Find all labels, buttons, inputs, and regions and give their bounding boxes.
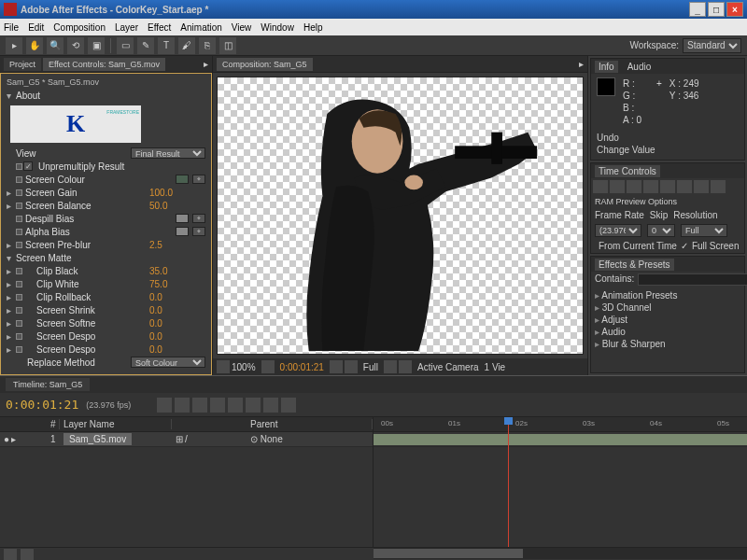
ram-preview-button[interactable]: [711, 180, 726, 193]
preset-item[interactable]: 3D Channel: [595, 301, 740, 314]
composition-tab[interactable]: Composition: Sam_G5: [217, 58, 313, 71]
project-tab[interactable]: Project: [4, 58, 41, 71]
effect-controls-tab[interactable]: Effect Controls: Sam_G5.mov: [43, 58, 165, 71]
menu-edit[interactable]: Edit: [28, 22, 44, 33]
hand-tool[interactable]: ✋: [26, 37, 43, 54]
camera-value[interactable]: Active Camera: [417, 362, 479, 372]
screen-despo1-value[interactable]: 0.0: [149, 331, 205, 342]
time-ruler[interactable]: 00s 01s 02s 03s 04s 05s: [374, 417, 747, 432]
keyframe-toggle[interactable]: [14, 161, 23, 171]
keyframe-toggle[interactable]: [14, 227, 23, 236]
panel-menu-icon[interactable]: ▸: [579, 59, 584, 69]
eyedropper-icon[interactable]: ⌖: [192, 175, 205, 184]
eyedropper-icon[interactable]: ⌖: [192, 227, 205, 236]
menu-animation[interactable]: Animation: [180, 22, 221, 33]
screen-matte-section[interactable]: Screen Matte: [14, 253, 205, 263]
mag-icon[interactable]: [217, 360, 230, 373]
pen-tool[interactable]: ✎: [137, 37, 154, 54]
keyframe-toggle[interactable]: [14, 279, 23, 288]
loop-button[interactable]: [694, 180, 709, 193]
replace-method-select[interactable]: Soft Colour: [131, 357, 205, 368]
brush-tool[interactable]: 🖌: [178, 37, 195, 54]
clip-white-value[interactable]: 75.0: [149, 279, 205, 289]
layer-name[interactable]: Sam_G5.mov: [63, 433, 132, 445]
selection-tool[interactable]: ▸: [6, 37, 22, 54]
menu-window[interactable]: Window: [261, 22, 294, 33]
preset-item[interactable]: Adjust: [595, 314, 740, 326]
time-controls-tab[interactable]: Time Controls: [595, 165, 660, 177]
clip-black-value[interactable]: 35.0: [149, 266, 205, 276]
screen-gain-value[interactable]: 100.0: [149, 188, 205, 198]
menu-layer[interactable]: Layer: [115, 22, 138, 33]
tl-btn[interactable]: [175, 398, 190, 413]
camera-tool[interactable]: ▣: [88, 37, 105, 54]
composition-viewer[interactable]: [217, 77, 584, 355]
panel-menu-icon[interactable]: ▸: [204, 59, 208, 69]
keyframe-toggle[interactable]: [14, 318, 23, 328]
keyframe-toggle[interactable]: [14, 331, 23, 341]
about-section[interactable]: About: [14, 91, 205, 101]
screen-colour-swatch[interactable]: [176, 175, 189, 184]
keyframe-toggle[interactable]: [14, 188, 23, 197]
tl-btn[interactable]: [263, 398, 278, 413]
clip-rollback-value[interactable]: 0.0: [149, 292, 205, 302]
minimize-button[interactable]: _: [689, 2, 706, 17]
time-navigator[interactable]: [374, 548, 747, 559]
keyframe-toggle[interactable]: [14, 344, 23, 354]
clone-tool[interactable]: ⎘: [199, 37, 216, 54]
tl-btn[interactable]: [210, 398, 225, 413]
view-count[interactable]: 1 Vie: [485, 362, 506, 372]
rotate-tool[interactable]: ⟲: [67, 37, 84, 54]
toggle-modes-icon[interactable]: [21, 549, 34, 560]
maximize-button[interactable]: □: [708, 2, 725, 17]
tl-btn[interactable]: [281, 398, 296, 413]
screen-shrink-value[interactable]: 0.0: [149, 305, 205, 315]
timeline-tab[interactable]: Timeline: Sam_G5: [6, 378, 90, 391]
preset-item[interactable]: Blur & Sharpen: [595, 338, 740, 350]
workspace-select[interactable]: Standard: [683, 38, 741, 53]
viewer-timecode[interactable]: 0:00:01:21: [280, 362, 324, 372]
menu-view[interactable]: View: [232, 22, 252, 33]
view-select[interactable]: Final Result: [131, 147, 205, 159]
preblur-value[interactable]: 2.5: [149, 240, 205, 250]
grid-icon[interactable]: [261, 360, 275, 373]
parent-icon[interactable]: ⊙: [250, 434, 258, 444]
play-button[interactable]: [627, 180, 641, 193]
full-screen-checkbox[interactable]: ✓: [681, 241, 688, 251]
menu-help[interactable]: Help: [303, 22, 323, 33]
keyframe-toggle[interactable]: [14, 305, 23, 315]
layer-clip[interactable]: [374, 434, 747, 445]
eyedropper-icon[interactable]: ⌖: [192, 214, 205, 223]
tl-btn[interactable]: [192, 398, 207, 413]
menu-composition[interactable]: Composition: [53, 22, 106, 33]
first-frame-button[interactable]: [593, 180, 608, 193]
effects-presets-tab[interactable]: Effects & Presets: [595, 259, 674, 271]
screen-despo2-value[interactable]: 0.0: [149, 344, 205, 355]
roi-icon[interactable]: [384, 360, 397, 373]
keyframe-toggle[interactable]: [14, 214, 23, 223]
skip-select[interactable]: 0: [647, 224, 675, 237]
screen-balance-value[interactable]: 50.0: [149, 201, 205, 211]
keyframe-toggle[interactable]: [14, 292, 23, 301]
mask-tool[interactable]: ▭: [117, 37, 134, 54]
prev-frame-button[interactable]: [610, 180, 625, 193]
keyframe-toggle[interactable]: [14, 266, 23, 275]
zoom-tool[interactable]: 🔍: [47, 37, 63, 54]
snapshot-icon[interactable]: [330, 360, 343, 373]
parent-value[interactable]: None: [261, 434, 283, 444]
transparency-icon[interactable]: [399, 360, 412, 373]
screen-softne-value[interactable]: 0.0: [149, 318, 205, 329]
layer-row[interactable]: ●▸ 1 Sam_G5.mov ⊞/ ⊙ None: [0, 432, 373, 447]
tl-btn[interactable]: [228, 398, 243, 413]
zoom-value[interactable]: 100%: [232, 362, 256, 372]
audio-tab[interactable]: Audio: [624, 61, 655, 73]
tl-btn[interactable]: [157, 398, 172, 413]
toggle-switches-icon[interactable]: [4, 549, 17, 560]
preset-item[interactable]: Animation Presets: [595, 289, 740, 301]
resolution-value[interactable]: Full: [363, 362, 378, 372]
contains-input[interactable]: [638, 273, 747, 286]
text-tool[interactable]: T: [158, 37, 175, 54]
tl-btn[interactable]: [246, 398, 261, 413]
unpremult-checkbox[interactable]: ✓: [23, 161, 33, 171]
preset-item[interactable]: Audio: [595, 326, 740, 338]
